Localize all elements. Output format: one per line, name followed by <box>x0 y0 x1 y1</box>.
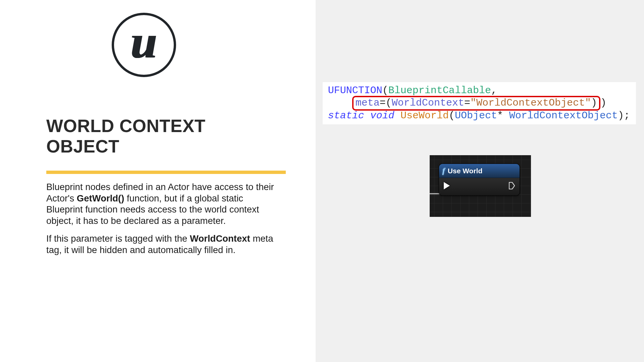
function-icon: f <box>442 166 445 175</box>
code-token: UFUNCTION <box>328 85 382 96</box>
body-strong: WorldContext <box>190 233 250 244</box>
code-token: ) <box>600 97 606 109</box>
blueprint-graph: f Use World <box>430 155 531 217</box>
code-token: = <box>380 97 386 109</box>
code-token: WorldContextObject <box>509 110 618 121</box>
unreal-logo: u <box>112 13 279 77</box>
code-token: UseWorld <box>400 110 449 121</box>
code-token <box>328 97 352 109</box>
code-token: ) <box>591 97 597 109</box>
code-token: = <box>464 97 470 109</box>
code-token: " <box>470 97 476 109</box>
code-token: UObject <box>455 110 497 121</box>
code-token: ( <box>449 110 455 121</box>
code-token: " <box>585 97 591 109</box>
body-text-span: If this parameter is tagged with the <box>46 233 190 244</box>
code-token: ( <box>386 97 392 109</box>
code-token: ; <box>624 110 630 121</box>
code-token: static <box>328 110 364 121</box>
blueprint-node: f Use World <box>439 164 520 195</box>
code-token: ( <box>382 85 388 96</box>
body-strong: GetWorld() <box>77 193 124 203</box>
code-token: BlueprintCallable <box>388 85 491 96</box>
page-title: WORLD CONTEXT OBJECT <box>46 116 279 157</box>
code-token: ) <box>618 110 624 121</box>
code-token: meta <box>356 97 380 109</box>
blueprint-node-title: Use World <box>448 167 482 175</box>
code-block: UFUNCTION(BlueprintCallable, meta=(World… <box>323 82 636 124</box>
code-token: void <box>370 110 394 121</box>
code-token: * <box>497 110 503 121</box>
exec-pin-out-icon <box>509 182 515 189</box>
body-text: Blueprint nodes defined in an Actor have… <box>46 181 281 255</box>
code-token: , <box>491 85 497 96</box>
code-token: WorldContextObject <box>476 97 585 109</box>
exec-pin-in-icon <box>444 182 450 189</box>
meta-highlight: meta=(WorldContext="WorldContextObject") <box>352 96 600 110</box>
title-underline <box>46 171 286 174</box>
code-token: WorldContext <box>392 97 464 109</box>
